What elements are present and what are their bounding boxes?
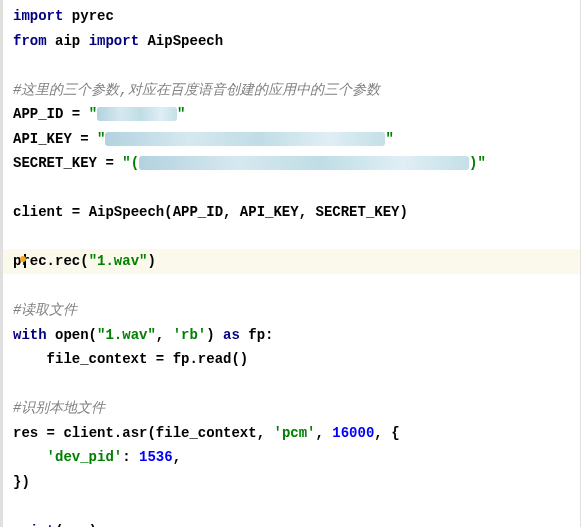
variable: API_KEY bbox=[13, 131, 72, 147]
blank-line bbox=[13, 53, 570, 78]
string-literal: "1.wav" bbox=[89, 253, 148, 269]
module-name: aip bbox=[55, 33, 80, 49]
comma: , bbox=[173, 449, 181, 465]
operator: = bbox=[63, 106, 88, 122]
string-quote: " bbox=[89, 106, 97, 122]
code-line: #识别本地文件 bbox=[13, 396, 570, 421]
code-editor[interactable]: import pyrec from aip import AipSpeech #… bbox=[13, 4, 570, 527]
code-line: API_KEY = "" bbox=[13, 127, 570, 152]
comma: , bbox=[316, 425, 333, 441]
variable: SECRET_KEY bbox=[13, 155, 97, 171]
blank-line bbox=[13, 176, 570, 201]
colon: : bbox=[122, 449, 139, 465]
comment: #这里的三个参数,对应在百度语音创建的应用中的三个参数 bbox=[13, 82, 380, 98]
string-quote: "( bbox=[122, 155, 139, 171]
blank-line bbox=[13, 494, 570, 519]
tail: , { bbox=[374, 425, 399, 441]
paren-close: ) bbox=[147, 253, 155, 269]
code-line: with open("1.wav", 'rb') as fp: bbox=[13, 323, 570, 348]
code-line: }) bbox=[13, 470, 570, 495]
brace-close: }) bbox=[13, 474, 30, 490]
method-call: fp.read() bbox=[173, 351, 249, 367]
variable: client bbox=[13, 204, 63, 220]
paren-close: ) bbox=[89, 523, 97, 528]
string-quote: " bbox=[177, 106, 185, 122]
code-line: SECRET_KEY = "()" bbox=[13, 151, 570, 176]
variable: res bbox=[63, 523, 88, 528]
code-line: print(res) bbox=[13, 519, 570, 528]
keyword-with: with bbox=[13, 327, 47, 343]
string-literal: "1.wav" bbox=[97, 327, 156, 343]
variable: fp: bbox=[240, 327, 274, 343]
code-line: file_context = fp.read() bbox=[13, 347, 570, 372]
string-quote: " bbox=[97, 131, 105, 147]
code-line: #读取文件 bbox=[13, 298, 570, 323]
code-line: client = AipSpeech(APP_ID, API_KEY, SECR… bbox=[13, 200, 570, 225]
code-line: import pyrec bbox=[13, 4, 570, 29]
variable: file_context bbox=[47, 351, 148, 367]
operator: = bbox=[72, 131, 97, 147]
keyword-import: import bbox=[13, 8, 63, 24]
blank-line bbox=[13, 372, 570, 397]
operator: = bbox=[63, 204, 88, 220]
code-line: #这里的三个参数,对应在百度语音创建的应用中的三个参数 bbox=[13, 78, 570, 103]
dict-key: 'dev_pid' bbox=[47, 449, 123, 465]
string-literal: 'pcm' bbox=[273, 425, 315, 441]
variable: APP_ID bbox=[13, 106, 63, 122]
code-line: 'dev_pid': 1536, bbox=[13, 445, 570, 470]
blank-line bbox=[13, 274, 570, 299]
paren-close: ) bbox=[206, 327, 223, 343]
code-line: APP_ID = "" bbox=[13, 102, 570, 127]
function-call: AipSpeech(APP_ID, API_KEY, SECRET_KEY) bbox=[89, 204, 408, 220]
code-line: res = client.asr(file_context, 'pcm', 16… bbox=[13, 421, 570, 446]
operator: = bbox=[147, 351, 172, 367]
indent bbox=[13, 449, 47, 465]
comment: #识别本地文件 bbox=[13, 400, 105, 416]
string-quote: " bbox=[385, 131, 393, 147]
identifier: rec.rec( bbox=[21, 253, 88, 269]
indent bbox=[13, 351, 47, 367]
redacted-value bbox=[139, 156, 469, 170]
code-line-highlighted: prec.rec("1.wav") bbox=[3, 249, 580, 274]
function-call: open( bbox=[47, 327, 97, 343]
operator: = bbox=[38, 425, 63, 441]
number-literal: 16000 bbox=[332, 425, 374, 441]
module-name: pyrec bbox=[72, 8, 114, 24]
method-call: client.asr(file_context, bbox=[63, 425, 273, 441]
operator: = bbox=[97, 155, 122, 171]
variable: res bbox=[13, 425, 38, 441]
comma: , bbox=[156, 327, 173, 343]
string-quote: )" bbox=[469, 155, 486, 171]
redacted-value bbox=[105, 132, 385, 146]
redacted-value bbox=[97, 107, 177, 121]
keyword-as: as bbox=[223, 327, 240, 343]
keyword-import: import bbox=[89, 33, 139, 49]
code-line: from aip import AipSpeech bbox=[13, 29, 570, 54]
number-literal: 1536 bbox=[139, 449, 173, 465]
string-literal: 'rb' bbox=[173, 327, 207, 343]
builtin-print: print bbox=[13, 523, 55, 528]
blank-line bbox=[13, 225, 570, 250]
comment: #读取文件 bbox=[13, 302, 77, 318]
keyword-from: from bbox=[13, 33, 47, 49]
class-name: AipSpeech bbox=[147, 33, 223, 49]
